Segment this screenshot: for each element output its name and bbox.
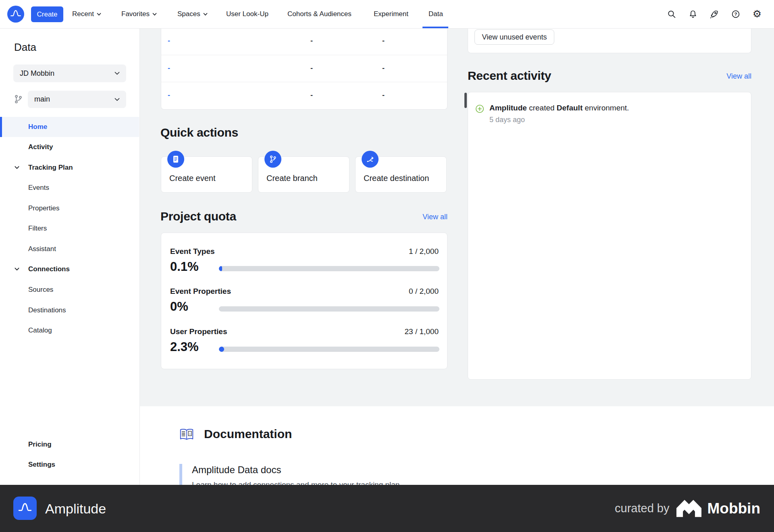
table-cell: -	[382, 37, 385, 45]
nav-link-label: Experiment	[374, 10, 408, 18]
gear-icon[interactable]: ⚙	[752, 9, 762, 19]
branch-selector[interactable]: main	[28, 91, 126, 108]
chevron-down-icon	[15, 166, 19, 169]
quota-progress-bar	[219, 347, 439, 352]
sidebar-title: Data	[14, 41, 36, 54]
nav-link-recent[interactable]: Recent	[72, 0, 101, 28]
nav-link-label: Recent	[72, 10, 94, 18]
scrollbar-thumb[interactable]	[464, 93, 467, 108]
table-cell: -	[382, 64, 385, 73]
nav-link-spaces[interactable]: Spaces	[177, 0, 208, 28]
quota-item-name: User Properties	[170, 327, 227, 336]
recent-activity-title: Recent activity	[468, 69, 551, 83]
sidebar-item-label: Activity	[28, 143, 53, 151]
svg-text:?: ?	[734, 12, 737, 17]
quick-action-label: Create event	[169, 174, 216, 183]
sidebar-item-label: Properties	[28, 204, 59, 212]
top-navbar: Create Recent Favorites Spaces User Look…	[0, 0, 774, 29]
sidebar-item-home[interactable]: Home	[0, 117, 139, 137]
sidebar-item-label: Tracking Plan	[28, 164, 73, 172]
sidebar-item-destinations[interactable]: Destinations	[0, 300, 139, 320]
mobbin-logo-icon	[676, 500, 701, 517]
sidebar-item-filters[interactable]: Filters	[0, 218, 139, 239]
view-unused-events-button[interactable]: View unused events	[474, 29, 554, 45]
nav-link-experiment[interactable]: Experiment	[374, 0, 408, 28]
amplitude-wave-glyph	[10, 8, 22, 20]
chevron-down-icon	[15, 268, 19, 271]
sidebar-item-tracking-plan[interactable]: Tracking Plan	[0, 158, 139, 178]
activity-object: Default	[557, 104, 583, 112]
table-row: - - -	[161, 82, 447, 109]
chevron-down-icon	[203, 13, 208, 16]
quota-progress-fill	[219, 266, 222, 271]
quota-progress-bar	[219, 266, 439, 271]
sidebar-item-properties[interactable]: Properties	[0, 198, 139, 218]
create-button[interactable]: Create	[31, 6, 63, 22]
footer-brand-name: Amplitude	[45, 501, 106, 517]
activity-action: created	[527, 104, 557, 112]
bell-icon[interactable]	[688, 9, 698, 19]
quota-item-name: Event Types	[170, 247, 215, 256]
sidebar-item-activity[interactable]: Activity	[0, 137, 139, 157]
recent-activity-card: Amplitude created Default environment. 5…	[468, 92, 751, 380]
doc-article-title[interactable]: Amplitude Data docs	[192, 464, 281, 476]
quick-action-label: Create destination	[364, 174, 429, 183]
sidebar-item-catalog[interactable]: Catalog	[0, 320, 139, 341]
table-cell-link[interactable]: -	[168, 37, 170, 45]
sidebar-item-label: Catalog	[28, 326, 52, 335]
footer: Amplitude curated by Mobbin	[0, 485, 774, 532]
nav-link-label: Spaces	[177, 10, 200, 18]
documentation-section: i Documentation Amplitude Data docs Lear…	[139, 406, 774, 485]
nav-link-cohorts-audiences[interactable]: Cohorts & Audiences	[287, 0, 352, 28]
table-row: - - -	[161, 28, 447, 55]
branch-icon	[14, 94, 23, 104]
mobbin-wordmark: Mobbin	[707, 500, 760, 517]
footer-attribution: curated by Mobbin	[615, 485, 760, 532]
sidebar-item-label: Sources	[28, 286, 53, 294]
table-cell-link[interactable]: -	[168, 64, 170, 73]
sidebar-item-connections[interactable]: Connections	[0, 259, 139, 279]
app-root: Create Recent Favorites Spaces User Look…	[0, 0, 774, 532]
quota-item-name: Event Properties	[170, 287, 231, 296]
branch-icon	[264, 151, 281, 168]
sidebar-item-label: Settings	[28, 461, 55, 469]
sidebar-item-label: Destinations	[28, 306, 66, 314]
table-cell: -	[310, 37, 313, 45]
workspace-selector[interactable]: JD Mobbin	[13, 64, 126, 82]
amplitude-logo-icon[interactable]	[7, 6, 24, 23]
events-table-card: - - - - - - - - -	[161, 28, 447, 110]
quota-progress-fill	[219, 347, 224, 352]
table-cell-link[interactable]: -	[168, 91, 170, 100]
quota-item-percent: 0.1%	[170, 260, 199, 274]
plus-circle-icon	[475, 104, 484, 113]
activity-item-time: 5 days ago	[489, 116, 525, 124]
table-cell: -	[382, 91, 385, 100]
nav-link-favorites[interactable]: Favorites	[121, 0, 157, 28]
table-row: - - -	[161, 55, 447, 82]
help-icon[interactable]: ?	[731, 9, 741, 19]
sidebar-item-events[interactable]: Events	[0, 178, 139, 198]
sidebar-item-sources[interactable]: Sources	[0, 280, 139, 300]
activity-suffix: environment.	[583, 104, 629, 112]
sidebar-item-settings[interactable]: Settings	[0, 455, 139, 475]
amplitude-footer-logo-icon	[13, 497, 37, 520]
nav-link-label: User Look-Up	[226, 10, 268, 18]
quota-item-usage: 1 / 2,000	[409, 247, 439, 256]
nav-link-data-active[interactable]: Data	[429, 0, 443, 28]
quick-actions-title: Quick actions	[160, 126, 238, 139]
search-icon[interactable]	[667, 9, 676, 19]
table-cell: -	[310, 64, 313, 73]
sidebar-item-assistant[interactable]: Assistant	[0, 239, 139, 259]
nav-link-label: Data	[429, 10, 443, 18]
nav-link-label: Cohorts & Audiences	[287, 10, 352, 18]
chevron-down-icon	[114, 72, 120, 75]
sidebar-item-pricing[interactable]: Pricing	[0, 434, 139, 455]
nav-link-user-look-up[interactable]: User Look-Up	[226, 0, 268, 28]
rocket-icon[interactable]	[710, 9, 719, 19]
workspace-selector-value: JD Mobbin	[20, 69, 54, 78]
sidebar-item-label: Home	[28, 123, 47, 131]
nav-link-label: Favorites	[121, 10, 150, 18]
recent-activity-view-all-link[interactable]: View all	[685, 72, 751, 81]
project-quota-view-all-link[interactable]: View all	[381, 213, 447, 221]
sidebar: Data JD Mobbin main Home Activity Tracki…	[0, 28, 140, 485]
